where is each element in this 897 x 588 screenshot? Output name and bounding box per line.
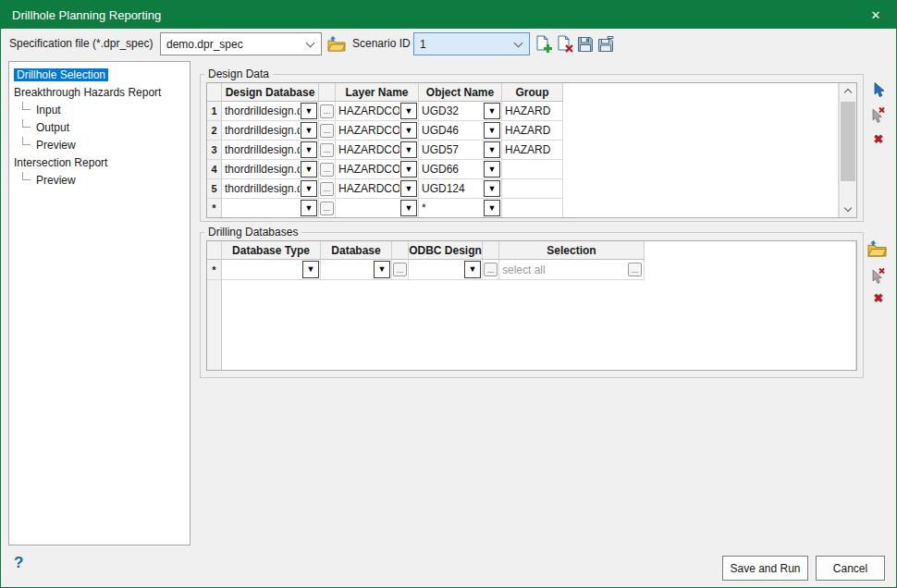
- group-cell[interactable]: HAZARD: [502, 102, 563, 121]
- drilling-deselect-rows-button[interactable]: [868, 265, 889, 286]
- tree-item-preview[interactable]: Preview: [9, 137, 190, 154]
- group-cell[interactable]: [502, 179, 563, 199]
- object-name-cell[interactable]: UGD66▼: [419, 160, 502, 179]
- dropdown-button[interactable]: ▼: [400, 200, 417, 216]
- save-scenario-as-button[interactable]: [596, 34, 615, 54]
- design-delete-rows-button[interactable]: ✖: [868, 129, 889, 149]
- tree-item-intersection-report[interactable]: Intersection Report: [9, 154, 190, 172]
- group-cell[interactable]: HAZARD: [502, 141, 563, 160]
- dropdown-button[interactable]: ▼: [400, 161, 417, 178]
- ellipsis-button[interactable]: ...: [484, 263, 498, 276]
- dropdown-button[interactable]: ▼: [302, 261, 319, 278]
- design-database-cell[interactable]: thordrilldesign.dg▼: [222, 160, 319, 179]
- drilling-databases-group: Drilling Databases Database TypeDatabase…: [200, 232, 864, 378]
- dropdown-button[interactable]: ▼: [400, 103, 417, 119]
- scroll-up-icon[interactable]: [840, 83, 856, 99]
- dropdown-button[interactable]: ▼: [400, 180, 417, 197]
- layer-name-cell[interactable]: ▼: [336, 199, 419, 218]
- selection-cell[interactable]: select all...: [499, 260, 645, 280]
- ellipsis-button[interactable]: ...: [320, 104, 334, 118]
- column-header-spacer: [319, 83, 336, 102]
- layer-name-cell[interactable]: HAZARDCO▼: [336, 141, 419, 160]
- ellipsis-button[interactable]: ...: [320, 143, 334, 157]
- dropdown-arrow-icon: ▼: [488, 107, 497, 116]
- layer-name-cell[interactable]: HAZARDCO▼: [336, 121, 419, 141]
- dropdown-button[interactable]: ▼: [301, 122, 317, 139]
- add-scenario-button[interactable]: [534, 34, 553, 54]
- dropdown-button[interactable]: ▼: [484, 103, 500, 119]
- tree-item-drillhole-selection[interactable]: Drillhole Selection: [9, 67, 190, 84]
- design-database-cell[interactable]: thordrilldesign.dg▼: [222, 102, 319, 121]
- dropdown-button[interactable]: ▼: [464, 261, 481, 278]
- dropdown-button[interactable]: ▼: [301, 180, 317, 197]
- dropdown-button[interactable]: ▼: [301, 161, 317, 178]
- dropdown-button[interactable]: ▼: [301, 141, 317, 158]
- tree-item-input[interactable]: Input: [9, 102, 190, 119]
- cancel-button[interactable]: Cancel: [816, 556, 885, 581]
- ellipsis-button[interactable]: ...: [320, 202, 334, 215]
- dropdown-button[interactable]: ▼: [484, 122, 500, 139]
- design-database-cell[interactable]: ▼: [222, 199, 319, 218]
- ellipsis-button[interactable]: ...: [320, 124, 334, 138]
- tree-item-label: Intersection Report: [14, 156, 107, 169]
- ellipsis-button[interactable]: ...: [393, 263, 407, 276]
- browse-spec-file-button[interactable]: [326, 34, 346, 54]
- ellipsis-button[interactable]: ...: [628, 263, 642, 276]
- group-cell[interactable]: [502, 199, 563, 218]
- design-database-cell[interactable]: thordrilldesign.dg▼: [222, 179, 319, 199]
- browse-cell: ...: [319, 160, 336, 179]
- cell-value: UGD124: [419, 182, 483, 195]
- scroll-down-icon[interactable]: [840, 202, 856, 217]
- design-deselect-rows-button[interactable]: [868, 104, 889, 125]
- dropdown-button[interactable]: ▼: [301, 200, 317, 216]
- odbc-design-cell[interactable]: ▼: [409, 260, 483, 280]
- object-name-cell[interactable]: *▼: [419, 199, 502, 218]
- design-database-cell[interactable]: thordrilldesign.dg▼: [222, 121, 319, 141]
- save-and-run-button[interactable]: Save and Run: [722, 556, 808, 581]
- database-cell[interactable]: ▼: [321, 260, 392, 280]
- dropdown-button[interactable]: ▼: [484, 161, 500, 178]
- spec-file-combobox[interactable]: demo.dpr_spec: [160, 32, 322, 55]
- drilling-delete-rows-button[interactable]: ✖: [868, 288, 889, 308]
- design-select-rows-button[interactable]: [868, 80, 889, 100]
- dropdown-button[interactable]: ▼: [484, 180, 500, 197]
- design-grid-header: Design DatabaseLayer NameObject NameGrou…: [207, 83, 839, 102]
- group-cell[interactable]: HAZARD: [502, 121, 563, 141]
- object-name-cell[interactable]: UGD32▼: [419, 102, 502, 121]
- save-scenario-button[interactable]: [575, 34, 595, 54]
- dropdown-button[interactable]: ▼: [484, 141, 500, 158]
- spec-file-label: Specification file (*.dpr_spec): [9, 32, 153, 55]
- dropdown-button[interactable]: ▼: [400, 141, 417, 158]
- dropdown-button[interactable]: ▼: [301, 103, 317, 119]
- delete-scenario-button[interactable]: [555, 34, 574, 54]
- help-icon[interactable]: ?: [14, 554, 23, 572]
- ellipsis-button[interactable]: ...: [320, 182, 334, 196]
- tree-item-preview[interactable]: Preview: [9, 172, 190, 190]
- dropdown-button[interactable]: ▼: [400, 122, 417, 139]
- ellipsis-button[interactable]: ...: [320, 163, 334, 177]
- tree-item-output[interactable]: Output: [9, 119, 190, 137]
- design-database-cell[interactable]: thordrilldesign.dg▼: [222, 141, 319, 160]
- cell-value: HAZARDCO: [336, 124, 399, 137]
- scrollbar-thumb[interactable]: [841, 102, 855, 181]
- layer-name-cell[interactable]: HAZARDCO▼: [336, 160, 419, 179]
- scenario-id-combobox[interactable]: 1: [413, 32, 530, 55]
- row-marker: *: [207, 199, 222, 218]
- cell-value: HAZARD: [502, 124, 562, 137]
- group-cell[interactable]: [502, 160, 563, 179]
- tree-item-breakthrough-hazards-report[interactable]: Breakthrough Hazards Report: [9, 84, 190, 102]
- close-icon: ✕: [871, 8, 881, 22]
- layer-name-cell[interactable]: HAZARDCO▼: [336, 102, 419, 121]
- object-name-cell[interactable]: UGD57▼: [419, 141, 502, 160]
- object-name-cell[interactable]: UGD46▼: [419, 121, 502, 141]
- dropdown-button[interactable]: ▼: [374, 261, 390, 278]
- drilling-open-database-button[interactable]: [866, 239, 887, 259]
- layer-name-cell[interactable]: HAZARDCO▼: [336, 179, 419, 199]
- database-type-cell[interactable]: ▼: [222, 260, 321, 280]
- dropdown-arrow-icon: ▼: [405, 127, 413, 135]
- close-button[interactable]: ✕: [855, 1, 896, 29]
- dropdown-arrow-icon: ▼: [405, 165, 413, 174]
- object-name-cell[interactable]: UGD124▼: [419, 179, 502, 199]
- dropdown-button[interactable]: ▼: [484, 200, 500, 216]
- design-grid-scrollbar[interactable]: [839, 83, 856, 217]
